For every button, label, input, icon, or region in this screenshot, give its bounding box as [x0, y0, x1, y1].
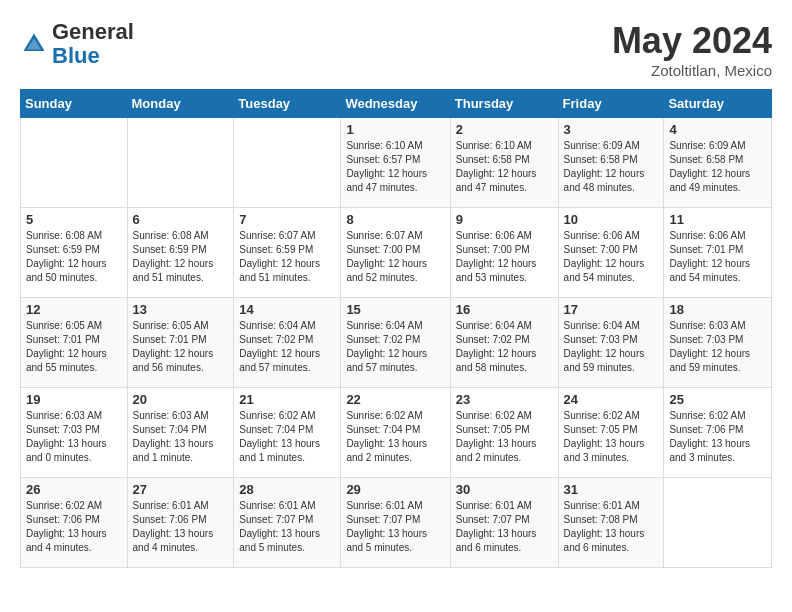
calendar-week-row: 1Sunrise: 6:10 AM Sunset: 6:57 PM Daylig…: [21, 118, 772, 208]
day-info: Sunrise: 6:02 AM Sunset: 7:04 PM Dayligh…: [346, 409, 444, 465]
calendar-cell: 12Sunrise: 6:05 AM Sunset: 7:01 PM Dayli…: [21, 298, 128, 388]
calendar-header-row: SundayMondayTuesdayWednesdayThursdayFrid…: [21, 90, 772, 118]
day-number: 9: [456, 212, 553, 227]
location: Zotoltitlan, Mexico: [612, 62, 772, 79]
calendar-cell: 15Sunrise: 6:04 AM Sunset: 7:02 PM Dayli…: [341, 298, 450, 388]
logo-text: General Blue: [52, 20, 134, 68]
day-number: 18: [669, 302, 766, 317]
calendar-cell: 18Sunrise: 6:03 AM Sunset: 7:03 PM Dayli…: [664, 298, 772, 388]
day-number: 27: [133, 482, 229, 497]
day-info: Sunrise: 6:01 AM Sunset: 7:08 PM Dayligh…: [564, 499, 659, 555]
day-info: Sunrise: 6:03 AM Sunset: 7:04 PM Dayligh…: [133, 409, 229, 465]
day-info: Sunrise: 6:02 AM Sunset: 7:06 PM Dayligh…: [669, 409, 766, 465]
day-info: Sunrise: 6:02 AM Sunset: 7:04 PM Dayligh…: [239, 409, 335, 465]
calendar-cell: 29Sunrise: 6:01 AM Sunset: 7:07 PM Dayli…: [341, 478, 450, 568]
day-number: 1: [346, 122, 444, 137]
calendar-cell: 11Sunrise: 6:06 AM Sunset: 7:01 PM Dayli…: [664, 208, 772, 298]
day-number: 13: [133, 302, 229, 317]
day-info: Sunrise: 6:06 AM Sunset: 7:00 PM Dayligh…: [564, 229, 659, 285]
day-info: Sunrise: 6:09 AM Sunset: 6:58 PM Dayligh…: [669, 139, 766, 195]
day-number: 20: [133, 392, 229, 407]
day-info: Sunrise: 6:06 AM Sunset: 7:00 PM Dayligh…: [456, 229, 553, 285]
calendar-cell: 8Sunrise: 6:07 AM Sunset: 7:00 PM Daylig…: [341, 208, 450, 298]
calendar-week-row: 19Sunrise: 6:03 AM Sunset: 7:03 PM Dayli…: [21, 388, 772, 478]
col-header-sunday: Sunday: [21, 90, 128, 118]
day-number: 25: [669, 392, 766, 407]
calendar-cell: 31Sunrise: 6:01 AM Sunset: 7:08 PM Dayli…: [558, 478, 664, 568]
calendar-cell: [664, 478, 772, 568]
calendar-cell: 4Sunrise: 6:09 AM Sunset: 6:58 PM Daylig…: [664, 118, 772, 208]
calendar-cell: 3Sunrise: 6:09 AM Sunset: 6:58 PM Daylig…: [558, 118, 664, 208]
day-number: 7: [239, 212, 335, 227]
col-header-tuesday: Tuesday: [234, 90, 341, 118]
calendar-cell: 5Sunrise: 6:08 AM Sunset: 6:59 PM Daylig…: [21, 208, 128, 298]
day-info: Sunrise: 6:03 AM Sunset: 7:03 PM Dayligh…: [669, 319, 766, 375]
calendar-cell: 9Sunrise: 6:06 AM Sunset: 7:00 PM Daylig…: [450, 208, 558, 298]
calendar-cell: [127, 118, 234, 208]
calendar-cell: 24Sunrise: 6:02 AM Sunset: 7:05 PM Dayli…: [558, 388, 664, 478]
day-number: 15: [346, 302, 444, 317]
col-header-wednesday: Wednesday: [341, 90, 450, 118]
day-info: Sunrise: 6:07 AM Sunset: 7:00 PM Dayligh…: [346, 229, 444, 285]
col-header-monday: Monday: [127, 90, 234, 118]
day-info: Sunrise: 6:01 AM Sunset: 7:06 PM Dayligh…: [133, 499, 229, 555]
day-info: Sunrise: 6:04 AM Sunset: 7:02 PM Dayligh…: [456, 319, 553, 375]
calendar-cell: 21Sunrise: 6:02 AM Sunset: 7:04 PM Dayli…: [234, 388, 341, 478]
day-number: 5: [26, 212, 122, 227]
logo: General Blue: [20, 20, 134, 68]
calendar-cell: [21, 118, 128, 208]
day-number: 3: [564, 122, 659, 137]
calendar-table: SundayMondayTuesdayWednesdayThursdayFrid…: [20, 89, 772, 568]
day-number: 30: [456, 482, 553, 497]
day-number: 31: [564, 482, 659, 497]
logo-icon: [20, 30, 48, 58]
calendar-cell: 25Sunrise: 6:02 AM Sunset: 7:06 PM Dayli…: [664, 388, 772, 478]
calendar-week-row: 5Sunrise: 6:08 AM Sunset: 6:59 PM Daylig…: [21, 208, 772, 298]
col-header-saturday: Saturday: [664, 90, 772, 118]
day-info: Sunrise: 6:08 AM Sunset: 6:59 PM Dayligh…: [133, 229, 229, 285]
col-header-friday: Friday: [558, 90, 664, 118]
calendar-cell: 7Sunrise: 6:07 AM Sunset: 6:59 PM Daylig…: [234, 208, 341, 298]
day-info: Sunrise: 6:02 AM Sunset: 7:06 PM Dayligh…: [26, 499, 122, 555]
logo-blue: Blue: [52, 43, 100, 68]
day-number: 29: [346, 482, 444, 497]
day-number: 17: [564, 302, 659, 317]
day-number: 24: [564, 392, 659, 407]
calendar-cell: 10Sunrise: 6:06 AM Sunset: 7:00 PM Dayli…: [558, 208, 664, 298]
day-number: 2: [456, 122, 553, 137]
day-number: 14: [239, 302, 335, 317]
day-info: Sunrise: 6:09 AM Sunset: 6:58 PM Dayligh…: [564, 139, 659, 195]
calendar-cell: 23Sunrise: 6:02 AM Sunset: 7:05 PM Dayli…: [450, 388, 558, 478]
calendar-cell: 26Sunrise: 6:02 AM Sunset: 7:06 PM Dayli…: [21, 478, 128, 568]
day-number: 19: [26, 392, 122, 407]
day-info: Sunrise: 6:04 AM Sunset: 7:02 PM Dayligh…: [346, 319, 444, 375]
day-number: 4: [669, 122, 766, 137]
day-info: Sunrise: 6:05 AM Sunset: 7:01 PM Dayligh…: [133, 319, 229, 375]
calendar-cell: [234, 118, 341, 208]
day-number: 22: [346, 392, 444, 407]
page-header: General Blue May 2024 Zotoltitlan, Mexic…: [20, 20, 772, 79]
calendar-week-row: 12Sunrise: 6:05 AM Sunset: 7:01 PM Dayli…: [21, 298, 772, 388]
day-info: Sunrise: 6:10 AM Sunset: 6:58 PM Dayligh…: [456, 139, 553, 195]
day-info: Sunrise: 6:03 AM Sunset: 7:03 PM Dayligh…: [26, 409, 122, 465]
day-number: 23: [456, 392, 553, 407]
day-info: Sunrise: 6:04 AM Sunset: 7:02 PM Dayligh…: [239, 319, 335, 375]
day-number: 11: [669, 212, 766, 227]
day-number: 16: [456, 302, 553, 317]
day-info: Sunrise: 6:01 AM Sunset: 7:07 PM Dayligh…: [346, 499, 444, 555]
calendar-cell: 27Sunrise: 6:01 AM Sunset: 7:06 PM Dayli…: [127, 478, 234, 568]
day-info: Sunrise: 6:10 AM Sunset: 6:57 PM Dayligh…: [346, 139, 444, 195]
calendar-cell: 20Sunrise: 6:03 AM Sunset: 7:04 PM Dayli…: [127, 388, 234, 478]
calendar-cell: 17Sunrise: 6:04 AM Sunset: 7:03 PM Dayli…: [558, 298, 664, 388]
month-title: May 2024: [612, 20, 772, 62]
calendar-cell: 6Sunrise: 6:08 AM Sunset: 6:59 PM Daylig…: [127, 208, 234, 298]
day-info: Sunrise: 6:02 AM Sunset: 7:05 PM Dayligh…: [456, 409, 553, 465]
day-info: Sunrise: 6:08 AM Sunset: 6:59 PM Dayligh…: [26, 229, 122, 285]
calendar-cell: 30Sunrise: 6:01 AM Sunset: 7:07 PM Dayli…: [450, 478, 558, 568]
calendar-cell: 22Sunrise: 6:02 AM Sunset: 7:04 PM Dayli…: [341, 388, 450, 478]
day-number: 10: [564, 212, 659, 227]
calendar-cell: 16Sunrise: 6:04 AM Sunset: 7:02 PM Dayli…: [450, 298, 558, 388]
day-info: Sunrise: 6:06 AM Sunset: 7:01 PM Dayligh…: [669, 229, 766, 285]
calendar-cell: 1Sunrise: 6:10 AM Sunset: 6:57 PM Daylig…: [341, 118, 450, 208]
day-info: Sunrise: 6:01 AM Sunset: 7:07 PM Dayligh…: [239, 499, 335, 555]
